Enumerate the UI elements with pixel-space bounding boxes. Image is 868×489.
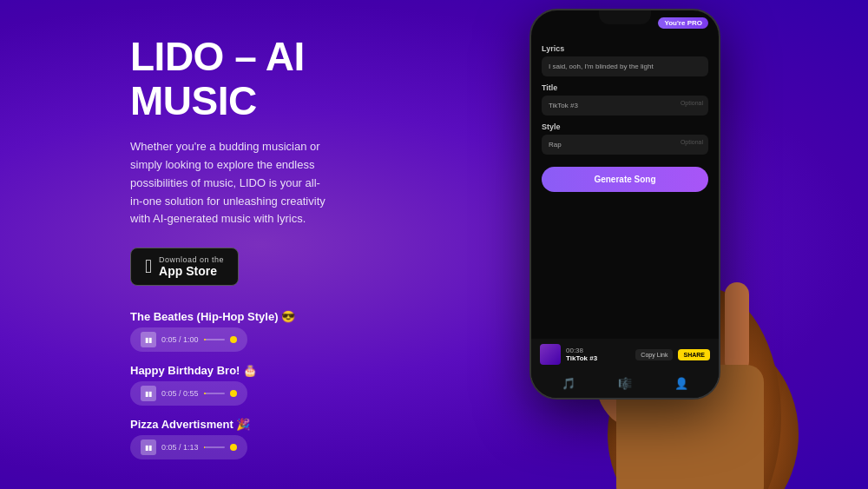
appstore-button[interactable]:  Download on the App Store (130, 248, 239, 286)
phone-mockup-container: You're PRO Lyrics I said, ooh, I'm blind… (486, 0, 799, 489)
title-input[interactable]: TikTok #3 Optional (542, 96, 708, 116)
phone-notch (599, 10, 651, 24)
phone-screen: You're PRO Lyrics I said, ooh, I'm blind… (531, 10, 719, 398)
list-item: The Beatles (Hip-Hop Style) 😎 ▮▮ 0:05 / … (130, 310, 460, 352)
play-button[interactable]: ▮▮ (141, 386, 156, 401)
track-player: ▮▮ 0:05 / 1:00 (130, 327, 247, 352)
title-optional: Optional (681, 100, 703, 106)
phone-mockup: You're PRO Lyrics I said, ooh, I'm blind… (529, 9, 720, 400)
track-title: Pizza Advertisment 🎉 (130, 418, 460, 431)
phone-content: Lyrics I said, ooh, I'm blinded by the l… (531, 32, 719, 339)
phone-frame: You're PRO Lyrics I said, ooh, I'm blind… (529, 9, 720, 400)
play-button[interactable]: ▮▮ (141, 332, 156, 347)
copy-link-button[interactable]: Copy Link (635, 349, 673, 360)
share-button[interactable]: SHARE (678, 349, 710, 360)
track-time: 0:05 / 1:13 (161, 443, 199, 452)
now-playing-title: TikTok #3 (566, 354, 630, 362)
track-progress-bar[interactable] (204, 339, 225, 340)
style-label: Style (542, 122, 708, 131)
page-title: LIDO – AI MUSIC (130, 35, 460, 122)
now-playing-time: 00:38 (566, 347, 630, 354)
lyrics-value: I said, ooh, I'm blinded by the light (549, 63, 654, 70)
nav-profile-icon[interactable]: 👤 (674, 375, 689, 391)
phone-navigation: 🎵 🎼 👤 (540, 372, 710, 391)
left-panel: LIDO – AI MUSIC Whether you're a budding… (130, 35, 460, 459)
nav-compose-icon[interactable]: 🎼 (617, 375, 633, 391)
track-dot (230, 390, 237, 397)
list-item: Happy Birthday Bro! 🎂 ▮▮ 0:05 / 0:55 (130, 364, 460, 406)
nav-music-icon[interactable]: 🎵 (561, 375, 576, 391)
pro-badge: You're PRO (658, 17, 708, 29)
title-label: Title (542, 83, 708, 92)
style-optional: Optional (681, 139, 703, 145)
track-time: 0:05 / 0:55 (161, 389, 199, 398)
track-dot (230, 336, 237, 343)
svg-rect-5 (725, 282, 749, 373)
now-playing-thumbnail (540, 344, 561, 365)
phone-bottom-bar: 00:38 TikTok #3 Copy Link SHARE 🎵 🎼 👤 (531, 339, 719, 398)
now-playing-info: 00:38 TikTok #3 (566, 347, 630, 362)
track-progress-bar[interactable] (204, 393, 225, 394)
apple-icon:  (145, 257, 152, 276)
list-item: Pizza Advertisment 🎉 ▮▮ 0:05 / 1:13 (130, 418, 460, 459)
now-playing-bar: 00:38 TikTok #3 Copy Link SHARE (540, 344, 710, 365)
track-title: Happy Birthday Bro! 🎂 (130, 364, 460, 377)
style-value: Rap (549, 141, 562, 149)
appstore-big-label: App Store (159, 264, 224, 278)
track-time: 0:05 / 1:00 (161, 335, 199, 344)
track-dot (230, 444, 237, 451)
track-progress-bar[interactable] (204, 446, 225, 448)
title-value: TikTok #3 (549, 102, 578, 109)
appstore-small-label: Download on the (159, 255, 224, 264)
hero-description: Whether you're a budding musician or sim… (130, 138, 330, 228)
style-input[interactable]: Rap Optional (542, 135, 708, 155)
track-list: The Beatles (Hip-Hop Style) 😎 ▮▮ 0:05 / … (130, 310, 460, 459)
generate-song-button[interactable]: Generate Song (542, 167, 708, 192)
lyrics-input[interactable]: I said, ooh, I'm blinded by the light (542, 56, 708, 76)
track-player: ▮▮ 0:05 / 1:13 (130, 435, 247, 459)
track-title: The Beatles (Hip-Hop Style) 😎 (130, 310, 460, 323)
lyrics-label: Lyrics (542, 44, 708, 53)
track-player: ▮▮ 0:05 / 0:55 (130, 381, 247, 406)
play-button[interactable]: ▮▮ (141, 439, 156, 455)
